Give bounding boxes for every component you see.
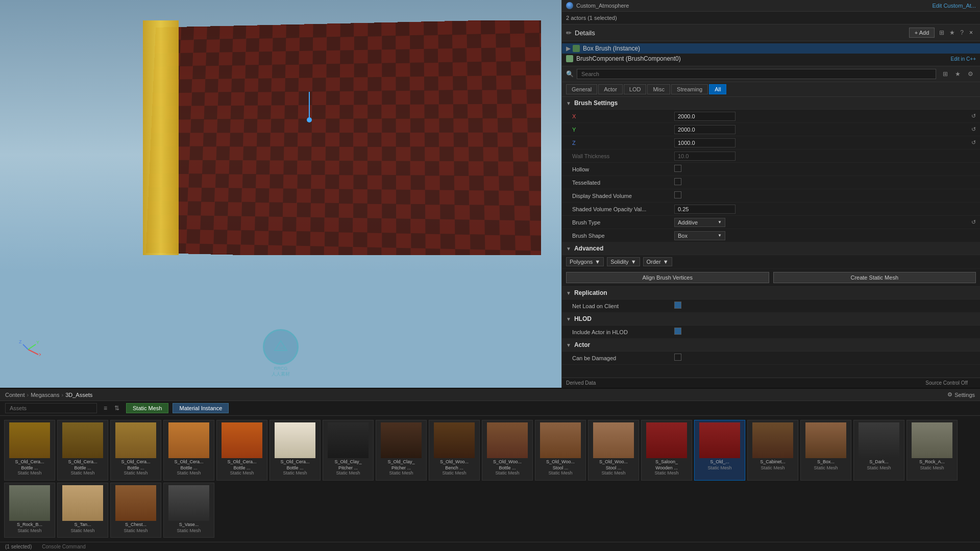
brush-shape-select[interactable]: Box ▼	[674, 231, 725, 240]
asset-item[interactable]: S_Old_Woo...Bottle ...Static Mesh	[482, 420, 533, 481]
asset-name: S_Tan...	[60, 522, 106, 527]
breadcrumb-content[interactable]: Content	[5, 392, 25, 398]
tab-all[interactable]: All	[709, 84, 726, 94]
asset-name-2: Stool ...	[591, 465, 636, 470]
asset-thumbnail	[168, 422, 209, 458]
tab-misc[interactable]: Misc	[647, 84, 670, 94]
reset-z-btn[interactable]: ↺	[971, 139, 976, 146]
star-icon[interactable]: ★	[947, 28, 958, 37]
advanced-section[interactable]: ▼ Advanced	[562, 242, 980, 255]
right-panel-statusbar: Derived Data Source Control Off	[562, 378, 980, 388]
list-view-icon[interactable]: ≡	[101, 404, 110, 413]
tab-lod[interactable]: LOD	[624, 84, 647, 94]
edit-cpp-link[interactable]: Edit in C++	[951, 56, 976, 62]
can-be-damaged-checkbox[interactable]	[674, 354, 681, 361]
prop-shaded-opacity-row: Shaded Volume Opacity Val...	[562, 203, 980, 216]
polygons-select[interactable]: Polygons ▼	[566, 257, 604, 266]
y-input[interactable]	[674, 125, 736, 134]
content-browser-settings[interactable]: ⚙ Settings	[947, 391, 975, 398]
asset-item[interactable]: S_Rock_A...Static Mesh	[906, 420, 958, 481]
grid-view-icon[interactable]: ⊞	[940, 69, 950, 79]
sort-icon[interactable]: ⇅	[112, 404, 122, 413]
tab-streaming[interactable]: Streaming	[671, 84, 708, 94]
asset-item[interactable]: S_Old_Cera...Bottle ...Static Mesh	[270, 420, 321, 481]
asset-item[interactable]: S_Chest...Static Mesh	[110, 483, 161, 538]
asset-item[interactable]: S_Box...Static Mesh	[800, 420, 851, 481]
actor-instance-row[interactable]: ▶ Box Brush (Instance)	[562, 43, 980, 54]
tab-general[interactable]: General	[566, 84, 597, 94]
edit-atmosphere-link[interactable]: Edit Custom_At...	[932, 3, 976, 9]
shaded-opacity-label: Shaded Volume Opacity Val...	[572, 206, 674, 212]
replication-section[interactable]: ▼ Replication	[562, 287, 980, 299]
hollow-checkbox[interactable]	[674, 165, 681, 172]
hlod-section[interactable]: ▼ HLOD	[562, 313, 980, 325]
asset-item[interactable]: S_Old_...Static Mesh	[694, 420, 745, 481]
component-row[interactable]: BrushComponent (BrushComponent0) Edit in…	[562, 54, 980, 64]
asset-item[interactable]: S_Old_Clay_Pitcher ...Static Mesh	[323, 420, 374, 481]
hlod-arrow: ▼	[566, 316, 571, 322]
asset-thumbnail	[115, 422, 156, 458]
asset-item[interactable]: S_Old_Cera...Bottle ...Static Mesh	[216, 420, 267, 481]
asset-type: Static Mesh	[70, 470, 94, 475]
asset-item[interactable]: S_Old_Cera...Bottle ...Static Mesh	[4, 420, 55, 481]
order-select[interactable]: Order ▼	[643, 257, 672, 266]
wall-thickness-input[interactable]	[674, 152, 736, 161]
asset-name-2: Bottle ...	[113, 465, 159, 470]
breadcrumb-assets[interactable]: 3D_Assets	[65, 392, 92, 398]
brush-settings-section[interactable]: ▼ Brush Settings	[562, 97, 980, 110]
add-button[interactable]: + Add	[909, 28, 935, 38]
polygons-label: Polygons	[570, 259, 593, 265]
breadcrumb: Content › Megascans › 3D_Assets	[5, 392, 92, 398]
actor-section[interactable]: ▼ Actor	[562, 339, 980, 352]
asset-thumbnail	[859, 422, 899, 458]
asset-type: Static Mesh	[548, 470, 572, 475]
net-load-checkbox[interactable]	[674, 302, 681, 309]
breadcrumb-megascans[interactable]: Megascans	[31, 392, 59, 398]
reset-y-btn[interactable]: ↺	[971, 126, 976, 133]
shaded-opacity-input[interactable]	[674, 205, 736, 214]
source-control-btn[interactable]: Source Control Off	[925, 380, 968, 386]
create-static-mesh-btn[interactable]: Create Static Mesh	[773, 272, 976, 283]
display-shaded-checkbox[interactable]	[674, 191, 681, 198]
tessellated-value	[674, 178, 976, 187]
prop-y-label: Y	[572, 127, 674, 133]
grid-icon[interactable]: ⊞	[937, 28, 947, 37]
asset-type: Static Mesh	[654, 470, 678, 475]
asset-item[interactable]: S_Old_Woo...Bench ...Static Mesh	[429, 420, 480, 481]
asset-item[interactable]: S_Old_Cera...Bottle ...Static Mesh	[57, 420, 108, 481]
asset-item[interactable]: S_Tan...Static Mesh	[57, 483, 108, 538]
bookmark-icon[interactable]: ★	[952, 69, 963, 79]
asset-search-input[interactable]	[5, 403, 97, 413]
solidity-select[interactable]: Solidity ▼	[607, 257, 640, 266]
asset-thumbnail	[9, 422, 50, 458]
asset-item[interactable]: S_Old_Clay_Pitcher ...Static Mesh	[376, 420, 427, 481]
asset-item[interactable]: S_Dark...Static Mesh	[853, 420, 904, 481]
net-load-label: Net Load on Client	[572, 303, 674, 309]
asset-type: Static Mesh	[177, 528, 201, 533]
x-input[interactable]	[674, 112, 736, 121]
brush-type-select[interactable]: Additive ▼	[674, 218, 725, 227]
material-instance-filter-btn[interactable]: Material Instance	[173, 403, 229, 413]
reset-x-btn[interactable]: ↺	[971, 113, 976, 119]
console-command-input[interactable]: Console Command	[42, 544, 86, 549]
details-close[interactable]: ×	[966, 28, 976, 37]
options-icon[interactable]: ⚙	[965, 69, 976, 79]
z-input[interactable]	[674, 138, 736, 147]
asset-item[interactable]: S_Saloon_Wooden ...Static Mesh	[641, 420, 692, 481]
help-icon[interactable]: ?	[958, 28, 966, 37]
asset-item[interactable]: S_Old_Woo...Stool ...Static Mesh	[535, 420, 586, 481]
asset-item[interactable]: S_Cabinet...Static Mesh	[747, 420, 798, 481]
include-hlod-checkbox[interactable]	[674, 328, 681, 335]
align-brush-btn[interactable]: Align Brush Vertices	[566, 272, 769, 283]
reset-brush-type-btn[interactable]: ↺	[971, 219, 976, 226]
static-mesh-filter-btn[interactable]: Static Mesh	[126, 403, 168, 413]
search-input[interactable]	[577, 69, 936, 79]
tab-actor[interactable]: Actor	[598, 84, 623, 94]
asset-item[interactable]: S_Old_Cera...Bottle ...Static Mesh	[110, 420, 161, 481]
derived-data-btn[interactable]: Derived Data	[566, 380, 596, 386]
asset-item[interactable]: S_Vase...Static Mesh	[163, 483, 214, 538]
asset-item[interactable]: S_Rock_B...Static Mesh	[4, 483, 55, 538]
asset-item[interactable]: S_Old_Woo...Stool ...Static Mesh	[588, 420, 639, 481]
tessellated-checkbox[interactable]	[674, 178, 681, 185]
asset-item[interactable]: S_Old_Cera...Bottle ...Static Mesh	[163, 420, 214, 481]
